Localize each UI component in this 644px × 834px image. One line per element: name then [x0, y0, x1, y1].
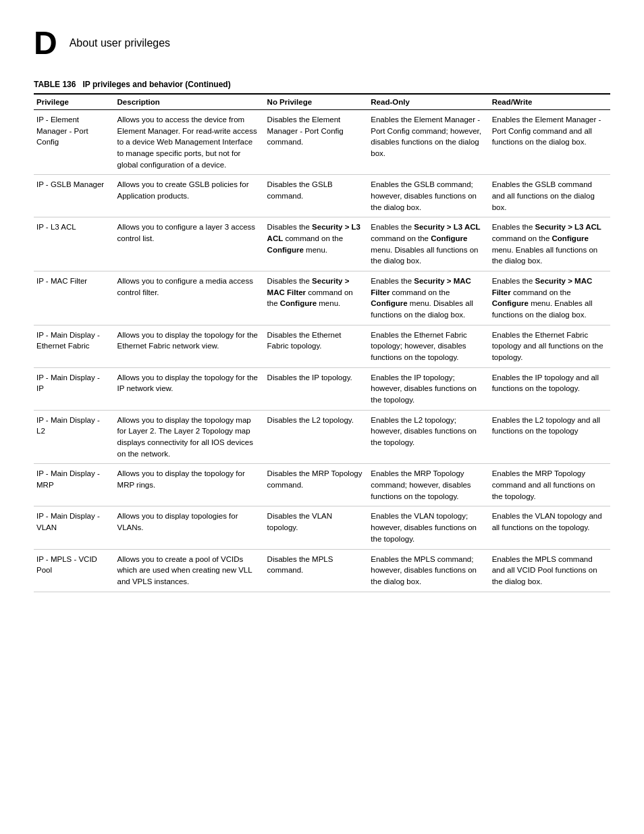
table-row: IP - GSLB ManagerAllows you to create GS… [34, 175, 610, 217]
chapter-letter: D [34, 27, 57, 59]
cell-readwrite: Enables the VLAN topology and all functi… [489, 506, 610, 549]
col-header-noprivilege: No Privilege [265, 94, 369, 110]
cell-readonly: Enables the IP topology; however, disabl… [368, 367, 489, 410]
page-header: D About user privileges [34, 27, 610, 59]
privileges-table: Privilege Description No Privilege Read-… [34, 93, 610, 592]
cell-noprivilege: Disables the IP topology. [265, 367, 369, 410]
cell-description: Allows you to display topologies for VLA… [115, 506, 265, 549]
cell-readonly: Enables the Security > L3 ACL command on… [368, 217, 489, 271]
cell-privilege: IP - MAC Filter [34, 271, 115, 325]
cell-privilege: IP - Main Display - VLAN [34, 506, 115, 549]
cell-description: Allows you to create GSLB policies for A… [115, 175, 265, 217]
cell-privilege: IP - L3 ACL [34, 217, 115, 271]
cell-readonly: Enables the Ethernet Fabric topology; ho… [368, 325, 489, 367]
cell-noprivilege: Disables the L2 topology. [265, 410, 369, 464]
cell-noprivilege: Disables the MPLS command. [265, 549, 369, 592]
table-row: IP - MAC FilterAllows you to configure a… [34, 271, 610, 325]
cell-readonly: Enables the VLAN topology; however, disa… [368, 506, 489, 549]
table-row: IP - MPLS - VCID PoolAllows you to creat… [34, 549, 610, 592]
cell-readwrite: Enables the Security > L3 ACL command on… [489, 217, 610, 271]
cell-readonly: Enables the MRP Topology command; howeve… [368, 464, 489, 506]
table-row: IP - Element Manager - Port ConfigAllows… [34, 110, 610, 175]
cell-readwrite: Enables the IP topology and all function… [489, 367, 610, 410]
cell-description: Allows you to create a pool of VCIDs whi… [115, 549, 265, 592]
cell-readonly: Enables the GSLB command; however, disab… [368, 175, 489, 217]
cell-description: Allows you to display the topology for t… [115, 367, 265, 410]
col-header-readonly: Read-Only [368, 94, 489, 110]
table-row: IP - Main Display - VLANAllows you to di… [34, 506, 610, 549]
cell-readwrite: Enables the L2 topology and all function… [489, 410, 610, 464]
cell-readwrite: Enables the GSLB command and all functio… [489, 175, 610, 217]
cell-privilege: IP - Element Manager - Port Config [34, 110, 115, 175]
cell-noprivilege: Disables the GSLB command. [265, 175, 369, 217]
cell-readwrite: Enables the Security > MAC Filter comman… [489, 271, 610, 325]
table-row: IP - Main Display - IPAllows you to disp… [34, 367, 610, 410]
cell-readonly: Enables the MPLS command; however, disab… [368, 549, 489, 592]
cell-readonly: Enables the Element Manager - Port Confi… [368, 110, 489, 175]
cell-readonly: Enables the L2 topology; however, disabl… [368, 410, 489, 464]
cell-privilege: IP - MPLS - VCID Pool [34, 549, 115, 592]
cell-description: Allows you to configure a media access c… [115, 271, 265, 325]
col-header-description: Description [115, 94, 265, 110]
cell-readwrite: Enables the Element Manager - Port Confi… [489, 110, 610, 175]
page-title: About user privileges [70, 37, 170, 49]
cell-description: Allows you to display the topology for M… [115, 464, 265, 506]
table-row: IP - Main Display - L2Allows you to disp… [34, 410, 610, 464]
cell-privilege: IP - Main Display - Ethernet Fabric [34, 325, 115, 367]
cell-readwrite: Enables the MRP Topology command and all… [489, 464, 610, 506]
table-row: IP - L3 ACLAllows you to configure a lay… [34, 217, 610, 271]
cell-readwrite: Enables the MPLS command and all VCID Po… [489, 549, 610, 592]
table-header-row: Privilege Description No Privilege Read-… [34, 94, 610, 110]
cell-description: Allows you to access the device from Ele… [115, 110, 265, 175]
table-caption: TABLE 136 IP privileges and behavior (Co… [34, 80, 610, 89]
cell-privilege: IP - Main Display - L2 [34, 410, 115, 464]
cell-noprivilege: Disables the MRP Topology command. [265, 464, 369, 506]
table-row: IP - Main Display - Ethernet FabricAllow… [34, 325, 610, 367]
cell-readwrite: Enables the Ethernet Fabric topology and… [489, 325, 610, 367]
cell-description: Allows you to display the topology for t… [115, 325, 265, 367]
cell-noprivilege: Disables the Security > MAC Filter comma… [265, 271, 369, 325]
cell-description: Allows you to configure a layer 3 access… [115, 217, 265, 271]
col-header-privilege: Privilege [34, 94, 115, 110]
cell-privilege: IP - GSLB Manager [34, 175, 115, 217]
cell-noprivilege: Disables the Security > L3 ACL command o… [265, 217, 369, 271]
cell-noprivilege: Disables the Element Manager - Port Conf… [265, 110, 369, 175]
cell-description: Allows you to display the topology map f… [115, 410, 265, 464]
table-row: IP - Main Display - MRPAllows you to dis… [34, 464, 610, 506]
cell-privilege: IP - Main Display - MRP [34, 464, 115, 506]
cell-noprivilege: Disables the VLAN topology. [265, 506, 369, 549]
cell-readonly: Enables the Security > MAC Filter comman… [368, 271, 489, 325]
col-header-readwrite: Read/Write [489, 94, 610, 110]
cell-privilege: IP - Main Display - IP [34, 367, 115, 410]
cell-noprivilege: Disables the Ethernet Fabric topology. [265, 325, 369, 367]
